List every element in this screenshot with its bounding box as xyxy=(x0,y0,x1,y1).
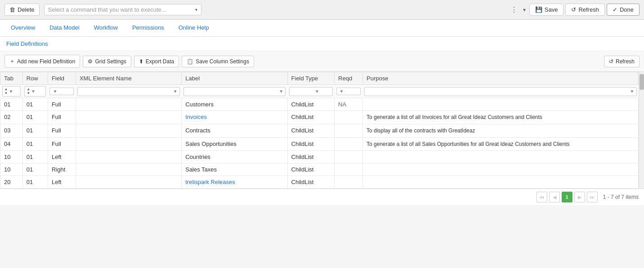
cell-row: 01 xyxy=(22,151,48,163)
dropdown-icon: ▾ xyxy=(195,7,197,12)
delete-button[interactable]: 🗑 Delete xyxy=(4,4,40,16)
vertical-scrollbar[interactable] xyxy=(639,72,644,189)
cell-fieldtype: ChildList xyxy=(287,151,335,163)
cell-purpose xyxy=(362,176,638,189)
tab-overview[interactable]: Overview xyxy=(4,20,41,36)
tab-online-help[interactable]: Online Help xyxy=(172,20,215,36)
table-row: 01 01 Full Customers ChildList NA xyxy=(0,98,639,111)
gear-icon: ⚙ xyxy=(88,58,93,65)
filter-icon-label[interactable]: ▼ xyxy=(279,89,283,94)
table-row: 04 01 Full Sales Opportunities ChildList… xyxy=(0,137,639,151)
cell-reqd xyxy=(335,163,363,176)
filter-input-label[interactable] xyxy=(186,88,278,95)
add-field-definition-button[interactable]: ＋ Add new Field Definition xyxy=(4,55,80,68)
cell-tab: 10 xyxy=(0,151,23,163)
cell-reqd xyxy=(335,151,363,163)
prev-page-button[interactable]: ◀ xyxy=(549,192,560,202)
reqd-value: NA xyxy=(338,101,346,108)
filter-icon-row[interactable]: ▼ xyxy=(31,89,36,94)
done-button[interactable]: ✓ Done xyxy=(607,4,640,16)
sort-down-row[interactable]: ▼ xyxy=(27,92,30,95)
save-button[interactable]: 💾 Save xyxy=(529,4,564,16)
done-label: Done xyxy=(620,6,634,13)
page-info: 1 - 7 of 7 items xyxy=(603,194,639,200)
sort-up-tab[interactable]: ▲ xyxy=(4,88,8,91)
cell-label: Sales Opportunities xyxy=(182,137,287,151)
col-header-label: Label xyxy=(182,72,287,85)
tab-data-model[interactable]: Data Model xyxy=(43,20,85,36)
save-label: Save xyxy=(545,6,558,13)
cell-row: 01 xyxy=(22,176,48,189)
column-save-icon: 📋 xyxy=(187,58,193,65)
filter-icon-tab[interactable]: ▼ xyxy=(9,89,13,94)
filter-purpose: ▼ xyxy=(362,85,638,98)
last-page-button[interactable]: ⏭ xyxy=(587,192,598,202)
cell-tab: 01 xyxy=(0,98,23,111)
cell-fieldtype: ChildList xyxy=(287,98,335,111)
command-select[interactable]: Select a command that you want to execut… xyxy=(44,4,201,15)
first-page-button[interactable]: ⏮ xyxy=(537,192,547,202)
cell-field: Left xyxy=(48,176,76,189)
top-refresh-button[interactable]: ↺ Refresh xyxy=(565,4,605,16)
filter-icon-purpose[interactable]: ▼ xyxy=(630,89,635,94)
tab-workflow[interactable]: Workflow xyxy=(88,20,124,36)
caret-icon[interactable]: ▾ xyxy=(521,5,528,15)
cell-purpose: To generate a list of all Invoices for a… xyxy=(362,111,638,124)
nav-tabs: Overview Data Model Workflow Permissions… xyxy=(0,20,644,37)
export-data-button[interactable]: ⬆ Export Data xyxy=(134,56,179,67)
cell-xml xyxy=(76,124,181,137)
filter-icon-fieldtype[interactable]: ▼ xyxy=(315,89,319,94)
label-text: Countries xyxy=(185,154,210,160)
col-header-reqd: Reqd xyxy=(335,72,363,85)
tab-permissions[interactable]: Permissions xyxy=(126,20,170,36)
field-definitions-table: Tab Row Field XML Element Name Label xyxy=(0,72,639,189)
filter-input-purpose[interactable] xyxy=(367,88,629,95)
label-link[interactable]: Invoices xyxy=(185,114,207,120)
label-text: Sales Opportunities xyxy=(185,141,236,147)
cell-label: Invoices xyxy=(182,111,287,124)
grid-refresh-button[interactable]: ↺ Refresh xyxy=(604,56,640,67)
cell-fieldtype: ChildList xyxy=(287,111,335,124)
current-page-button[interactable]: 1 xyxy=(562,192,572,202)
section-title: Field Definitions xyxy=(6,40,48,47)
done-icon: ✓ xyxy=(613,6,617,13)
filter-icon-xml[interactable]: ▼ xyxy=(173,89,178,94)
save-column-label: Save Column Settings xyxy=(196,58,249,65)
sort-down-tab[interactable]: ▼ xyxy=(4,92,8,95)
add-label: Add new Field Definition xyxy=(17,58,75,65)
label-link[interactable]: trelispark Releases xyxy=(185,179,235,185)
cell-purpose xyxy=(362,151,638,163)
next-page-button[interactable]: ▶ xyxy=(574,192,585,202)
col-header-field: Field xyxy=(48,72,76,85)
delete-label: Delete xyxy=(18,6,35,13)
cell-xml xyxy=(76,137,181,151)
cell-reqd: NA xyxy=(335,98,363,111)
sort-up-row[interactable]: ▲ xyxy=(27,88,30,91)
cell-xml xyxy=(76,163,181,176)
trash-icon: 🗑 xyxy=(9,6,15,13)
filter-icon-reqd[interactable]: ▼ xyxy=(340,89,344,94)
label-text: Customers xyxy=(185,101,214,108)
cell-tab: 02 xyxy=(0,111,23,124)
cell-label: Countries xyxy=(182,151,287,163)
cell-tab: 04 xyxy=(0,137,23,151)
filter-xml: ▼ xyxy=(76,85,181,98)
save-icon: 💾 xyxy=(535,6,542,13)
filter-input-xml[interactable] xyxy=(80,88,172,95)
filter-label: ▼ xyxy=(182,85,287,98)
filter-icon-field[interactable]: ▼ xyxy=(53,89,57,94)
label-text: Sales Taxes xyxy=(185,166,217,173)
table-row: 10 01 Right Sales Taxes ChildList xyxy=(0,163,639,176)
command-placeholder: Select a command that you want to execut… xyxy=(48,6,195,13)
filter-input-fieldtype[interactable] xyxy=(291,88,314,95)
table-header-row: Tab Row Field XML Element Name Label xyxy=(0,72,639,85)
cell-tab: 03 xyxy=(0,124,23,137)
grid-settings-button[interactable]: ⚙ Grid Settings xyxy=(83,56,131,67)
cell-tab: 10 xyxy=(0,163,23,176)
cell-purpose xyxy=(362,98,638,111)
save-column-button[interactable]: 📋 Save Column Settings xyxy=(182,56,254,67)
cell-row: 01 xyxy=(22,98,48,111)
scroll-thumb[interactable] xyxy=(640,74,644,90)
cell-tab: 20 xyxy=(0,176,23,189)
more-options-icon[interactable]: ⋮ xyxy=(509,4,519,16)
